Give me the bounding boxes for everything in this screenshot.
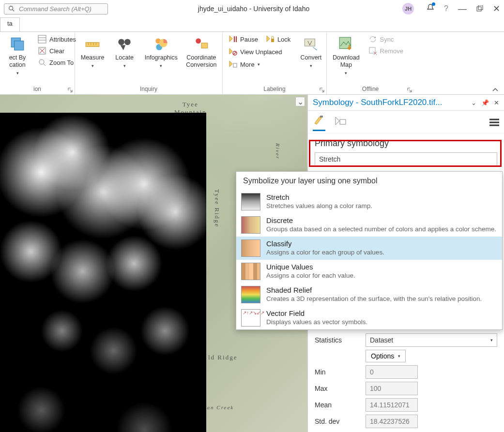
pane-title: Symbology - SouthForkLF2020.tif... [313, 98, 442, 107]
svg-rect-37 [340, 119, 346, 124]
std-dev-label: Std. dev [315, 417, 366, 425]
close-button[interactable]: ✕ [493, 3, 500, 14]
unique-values-icon [241, 263, 260, 280]
svg-rect-25 [234, 36, 235, 42]
svg-rect-6 [38, 35, 46, 43]
map-collapse-button[interactable]: ⌄ [295, 97, 305, 106]
alt-symbology-tab[interactable] [334, 116, 347, 131]
svg-point-20 [124, 39, 131, 45]
svg-rect-36 [320, 116, 323, 118]
svg-point-23 [196, 38, 201, 44]
statistics-select[interactable]: Dataset▾ [366, 333, 497, 347]
restore-button[interactable] [476, 5, 483, 12]
chevron-down-icon: ▾ [398, 354, 400, 358]
window-title: jhyde_ui_uidaho - University of Idaho [108, 5, 399, 13]
locate-button[interactable]: Locate▾ [111, 34, 138, 71]
svg-rect-26 [236, 36, 237, 42]
statistics-label: Statistics [315, 336, 366, 344]
discrete-icon [241, 216, 260, 234]
pane-options-icon[interactable]: ⌄ [471, 99, 476, 106]
map-label-ld-ridge: ld Ridge [208, 354, 237, 361]
select-by-location-button[interactable]: ect By cation ▾ [4, 34, 31, 78]
clear-selection-button[interactable]: Clear [36, 45, 78, 56]
symbology-type-select[interactable]: Stretch [315, 152, 497, 166]
dialog-launcher-icon[interactable] [407, 88, 412, 92]
symbology-type-dropdown: Symbolize your layer using one symbol St… [236, 171, 503, 330]
minimize-button[interactable]: — [458, 4, 467, 14]
mean-label: Mean [315, 401, 366, 409]
dropdown-item-vector-field[interactable]: ↗↑↗↘↙↗ Vector FieldDisplays values as ve… [236, 306, 502, 329]
coordinate-conversion-button[interactable]: Coordinate Conversion [184, 34, 218, 71]
svg-rect-3 [478, 5, 483, 10]
pane-menu-icon[interactable] [489, 119, 499, 128]
notifications-icon[interactable] [427, 3, 434, 14]
svg-rect-27 [271, 39, 274, 42]
min-label: Min [315, 368, 366, 376]
dropdown-header: Symbolize your layer using one symbol [236, 172, 502, 190]
svg-point-19 [118, 39, 124, 45]
dropdown-item-classify[interactable]: ClassifyAssigns a color for each group o… [236, 237, 502, 260]
shaded-relief-icon [241, 286, 260, 303]
command-search-placeholder: Command Search (Alt+Q) [19, 5, 92, 13]
pane-pin-icon[interactable]: 📌 [481, 99, 489, 106]
download-map-button[interactable]: Download Map▾ [331, 34, 362, 78]
stretch-icon [241, 193, 260, 210]
chevron-down-icon: ▾ [345, 71, 347, 76]
svg-rect-30 [233, 63, 237, 67]
remove-map-button: Remove [367, 45, 405, 56]
dropdown-item-stretch[interactable]: StretchStretches values along a color ra… [236, 190, 502, 213]
dialog-launcher-icon[interactable] [68, 88, 73, 92]
svg-point-12 [39, 60, 44, 64]
attributes-button[interactable]: Attributes [36, 34, 78, 45]
svg-rect-2 [477, 7, 481, 11]
more-labeling-button[interactable]: More▾ [227, 59, 292, 70]
notification-dot [432, 2, 435, 6]
user-avatar[interactable]: JH [402, 3, 414, 15]
chevron-down-icon: ▾ [92, 63, 94, 69]
view-unplaced-button[interactable]: View Unplaced [227, 46, 292, 57]
measure-button[interactable]: Measure▾ [79, 34, 106, 71]
pane-close-icon[interactable]: ✕ [494, 99, 499, 106]
convert-labels-button[interactable]: Convert▾ [297, 34, 324, 71]
map-label-river: River [275, 143, 281, 160]
infographics-button[interactable]: Infographics▾ [143, 34, 179, 71]
command-search-box[interactable]: Command Search (Alt+Q) [4, 3, 108, 15]
primary-symbology-heading: Primary symbology [308, 134, 504, 152]
dropdown-item-discrete[interactable]: DiscreteGroups data based on a selected … [236, 213, 502, 237]
primary-symbology-tab[interactable] [313, 115, 325, 131]
options-button[interactable]: Options▾ [366, 350, 406, 362]
svg-rect-5 [15, 41, 24, 50]
min-value-field: 0 [366, 365, 418, 379]
pause-labels-button[interactable]: Pause [227, 34, 260, 45]
sync-button: Sync [367, 34, 405, 45]
classify-icon [241, 239, 260, 257]
svg-rect-24 [201, 43, 208, 48]
chevron-down-icon: ▾ [160, 63, 162, 69]
chevron-down-icon: ▾ [490, 338, 493, 343]
collapse-ribbon-icon[interactable] [491, 86, 499, 94]
lock-labels-button[interactable]: Lock [264, 34, 292, 45]
dialog-launcher-icon[interactable] [320, 88, 324, 92]
ribbon-tab[interactable]: ta [0, 17, 20, 31]
dropdown-item-shaded-relief[interactable]: Shaded ReliefCreates a 3D representation… [236, 283, 502, 306]
chevron-down-icon: ▾ [123, 63, 126, 69]
dropdown-item-unique-values[interactable]: Unique ValuesAssigns a color for each va… [236, 260, 502, 283]
max-value-field: 100 [366, 382, 418, 395]
search-icon [8, 5, 15, 12]
zoom-to-button[interactable]: Zoom To [36, 57, 78, 68]
chevron-down-icon: ▾ [16, 71, 19, 76]
label-properties-icon [334, 116, 347, 126]
svg-line-13 [44, 64, 46, 66]
map-label-tyee-ridge: Tyee Ridge [213, 189, 221, 227]
paintbrush-icon [313, 115, 325, 125]
chevron-down-icon: ▾ [258, 62, 260, 67]
svg-line-1 [13, 10, 15, 12]
mean-value-field: 14.11512071 [366, 398, 418, 412]
vector-field-icon: ↗↑↗↘↙↗ [241, 309, 260, 327]
svg-point-0 [9, 6, 13, 10]
max-label: Max [315, 385, 366, 392]
help-icon[interactable]: ? [444, 4, 448, 13]
svg-rect-14 [86, 43, 99, 47]
std-dev-value-field: 18.42237526 [366, 415, 418, 428]
raster-layer-display [0, 113, 206, 432]
